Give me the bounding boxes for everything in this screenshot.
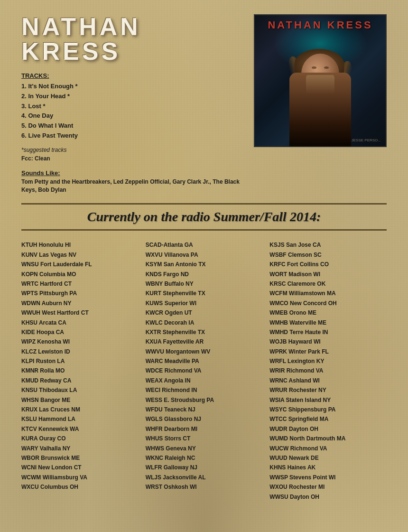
stations-grid: KTUH Honolulu HI KUNV Las Vegas NV WNSU …: [21, 240, 387, 502]
list-item: WXCU Columbus OH: [21, 482, 139, 492]
list-item: KHSU Arcata CA: [21, 318, 139, 327]
list-item: WDWN Auburn NY: [21, 299, 139, 308]
list-item: WHUS Storrs CT: [146, 434, 263, 443]
list-item: KIDE Hoopa CA: [21, 327, 139, 337]
list-item: KNDS Fargo ND: [146, 270, 263, 279]
list-item: WUUD Newark DE: [269, 453, 387, 463]
list-item: WXVU Villanova PA: [146, 250, 263, 260]
list-item: WLJS Jacksonville AL: [146, 473, 263, 482]
list-item: KNSU Thibodaux LA: [21, 385, 139, 395]
sounds-like-text: Tom Petty and the Heartbreakers, Led Zep…: [21, 178, 244, 194]
list-item: WESS E. Stroudsburg PA: [146, 395, 263, 405]
list-item: KUWS Superior WI: [146, 299, 263, 308]
list-item: WWSP Stevens Point WI: [269, 473, 387, 482]
list-item: KSYM San Antonio TX: [146, 260, 263, 269]
list-item: KOPN Columbia MO: [21, 270, 139, 279]
list-item: WEAX Angola IN: [146, 376, 263, 385]
list-item: WCNI New London CT: [21, 463, 139, 472]
list-item: WHFR Dearborn MI: [146, 424, 263, 434]
suggested-tracks-note: *suggested tracks: [21, 147, 244, 153]
sounds-like-label: Sounds Like:: [21, 169, 244, 177]
list-item: WHSN Bangor ME: [21, 395, 139, 405]
list-item: WMEB Orono ME: [269, 308, 387, 317]
list-item: WRFL Lexington KY: [269, 356, 387, 366]
album-cover: NATHAN KRESS: [254, 14, 387, 147]
list-item: WOJB Hayward WI: [269, 337, 387, 346]
list-item: WSBF Clemson SC: [269, 250, 387, 260]
list-item: KXUA Fayetteville AR: [146, 337, 263, 346]
radio-heading: Currently on the radio Summer/Fall 2014:: [21, 209, 387, 224]
list-item: KURA Ouray CO: [21, 434, 139, 443]
list-item: WLFR Galloway NJ: [146, 463, 263, 472]
list-item: WDCE Richmond VA: [146, 366, 263, 375]
list-item: KLCZ Lewiston ID: [21, 347, 139, 356]
list-item: WFDU Teaneck NJ: [146, 405, 263, 414]
list-item: KRFC Fort Collins CO: [269, 260, 387, 269]
list-item: WRNC Ashland WI: [269, 376, 387, 385]
list-item: KTCV Kennewick WA: [21, 424, 139, 434]
station-column-2: SCAD-Atlanta GA WXVU Villanova PA KSYM S…: [146, 240, 263, 502]
list-item: KSLU Hammond LA: [21, 414, 139, 424]
list-item: KRUX Las Cruces NM: [21, 405, 139, 414]
list-item: KWCR Ogden UT: [146, 308, 263, 317]
list-item: WSIA Staten Island NY: [269, 395, 387, 405]
list-item: WUCW Richmond VA: [269, 444, 387, 453]
list-item: WHWS Geneva NY: [146, 444, 263, 453]
list-item: WKNC Raleigh NC: [146, 453, 263, 463]
list-item: KMUD Redway CA: [21, 376, 139, 385]
list-item: KURT Stephenville TX: [146, 289, 263, 298]
list-item: WRTC Hartford CT: [21, 279, 139, 289]
list-item: SCAD-Atlanta GA: [146, 240, 263, 250]
list-item: WRST Oshkosh WI: [146, 482, 263, 492]
list-item: WRUR Rochester NY: [269, 385, 387, 395]
list-item: WIPZ Kenosha WI: [21, 337, 139, 346]
track-item: 3. Lost *: [21, 102, 244, 112]
list-item: KWLC Decorah IA: [146, 318, 263, 327]
list-item: WECI Richmond IN: [146, 385, 263, 395]
list-item: KTUH Honolulu HI: [21, 240, 139, 250]
list-item: KLPI Ruston LA: [21, 356, 139, 366]
list-item: WARY Valhalla NY: [21, 444, 139, 453]
artist-name: NATHAN KRESS: [21, 14, 244, 64]
track-item: 5. Do What I Want: [21, 121, 244, 131]
list-item: WCWM Williamsburg VA: [21, 473, 139, 482]
artist-info: NATHAN KRESS TRACKS: 1. It's Not Enough …: [21, 14, 244, 194]
fcc-note: Fcc: Clean: [21, 155, 244, 162]
list-item: WWSU Dayton OH: [269, 492, 387, 502]
track-item: 1. It's Not Enough *: [21, 82, 244, 92]
list-item: WMHB Waterville ME: [269, 318, 387, 327]
track-item: 4. One Day: [21, 111, 244, 121]
list-item: KMNR Rolla MO: [21, 366, 139, 375]
list-item: WUMD North Dartmouth MA: [269, 434, 387, 443]
album-title: NATHAN KRESS: [255, 19, 386, 31]
list-item: KUNV Las Vegas NV: [21, 250, 139, 260]
list-item: KSJS San Jose CA: [269, 240, 387, 250]
list-item: WBNY Buffalo NY: [146, 279, 263, 289]
radio-heading-section: Currently on the radio Summer/Fall 2014:: [21, 203, 387, 231]
station-column-3: KSJS San Jose CA WSBF Clemson SC KRFC Fo…: [269, 240, 387, 502]
list-item: KHNS Haines AK: [269, 463, 387, 472]
list-item: WCFM Williamstown MA: [269, 289, 387, 298]
person-figure: [268, 42, 372, 146]
list-item: WMCO New Concord OH: [269, 299, 387, 308]
list-item: WMHD Terre Haute IN: [269, 327, 387, 337]
list-item: WORT Madison WI: [269, 270, 387, 279]
track-list: 1. It's Not Enough * 2. In Your Head * 3…: [21, 82, 244, 141]
list-item: WPRK Winter Park FL: [269, 347, 387, 356]
list-item: WTCC Springfield MA: [269, 414, 387, 424]
album-bottom-text: JESSE PERSO...: [352, 138, 381, 142]
list-item: WSYC Shippensburg PA: [269, 405, 387, 414]
list-item: WGLS Glassboro NJ: [146, 414, 263, 424]
tracks-label: TRACKS:: [21, 72, 244, 79]
header-section: NATHAN KRESS TRACKS: 1. It's Not Enough …: [21, 14, 387, 194]
list-item: WNSU Fort Lauderdale FL: [21, 260, 139, 269]
list-item: KXTR Stephenville TX: [146, 327, 263, 337]
list-item: WARC Meadville PA: [146, 356, 263, 366]
list-item: WWVU Morgantown WV: [146, 347, 263, 356]
track-item: 6. Live Past Twenty: [21, 131, 244, 141]
station-column-1: KTUH Honolulu HI KUNV Las Vegas NV WNSU …: [21, 240, 139, 502]
list-item: WRIR Richmond VA: [269, 366, 387, 375]
list-item: KRSC Claremore OK: [269, 279, 387, 289]
list-item: WBOR Brunswick ME: [21, 453, 139, 463]
list-item: WUDR Dayton OH: [269, 424, 387, 434]
